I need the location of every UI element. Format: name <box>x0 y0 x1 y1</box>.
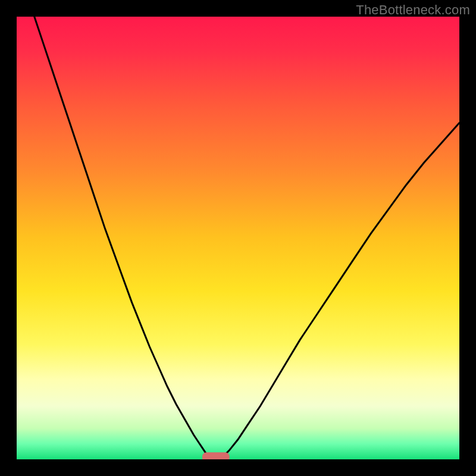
watermark-text: TheBottleneck.com <box>356 2 470 18</box>
outer-frame: TheBottleneck.com <box>0 0 476 476</box>
minimum-marker <box>202 453 229 459</box>
chart-canvas <box>17 17 459 459</box>
plot-area <box>17 17 459 459</box>
gradient-background <box>17 17 459 459</box>
